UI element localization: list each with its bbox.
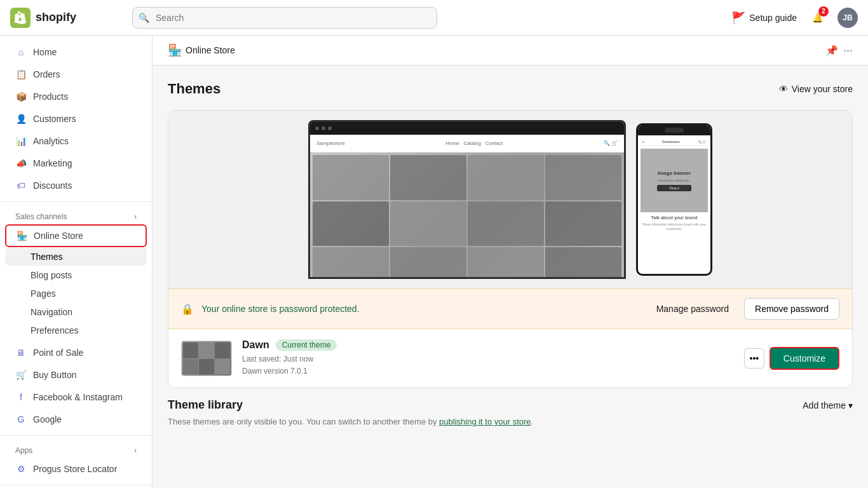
mobile-hero: Image banner consectetur adipiscing... S…: [641, 149, 708, 212]
theme-more-button[interactable]: •••: [744, 348, 764, 369]
remove-password-button[interactable]: Remove password: [744, 298, 839, 320]
marketing-icon: 📣: [15, 158, 27, 169]
customers-icon: 👤: [15, 113, 27, 125]
theme-last-saved: Last saved: Just now: [242, 353, 734, 365]
grid-item-2: [390, 155, 466, 200]
sidebar-sub-preferences[interactable]: Preferences: [5, 322, 147, 339]
products-icon: 📦: [15, 91, 27, 102]
search-icon: 🔍: [139, 13, 149, 23]
mobile-menu-icon: ≡: [642, 140, 644, 144]
desktop-browser-bar: [310, 122, 624, 135]
sidebar-sub-blog[interactable]: Blog posts: [5, 266, 147, 284]
desktop-preview: Samplestore Home Catalog Contact 🔍 🛒: [308, 120, 626, 279]
notifications-button[interactable]: 🔔 2: [807, 8, 827, 28]
sidebar-label-buy-button: Buy Button: [33, 370, 137, 380]
grid-item-1: [313, 155, 389, 200]
password-text: Your online store is password protected.: [201, 304, 649, 314]
sidebar-label-customers: Customers: [33, 114, 137, 124]
thumb-cell-3: [215, 342, 230, 358]
discounts-icon: 🏷: [15, 180, 27, 191]
avatar[interactable]: JB: [837, 8, 858, 28]
grid-item-12: [545, 247, 621, 279]
theme-name: Dawn: [242, 339, 269, 351]
header-more-button[interactable]: ···: [843, 44, 853, 57]
apps-section: Apps ›: [5, 441, 147, 458]
flag-icon: 🚩: [731, 11, 745, 25]
theme-actions: ••• Customize: [744, 347, 839, 370]
add-theme-button[interactable]: Add theme ▾: [803, 400, 853, 410]
grid-item-11: [468, 247, 544, 279]
sidebar-label-marketing: Marketing: [33, 158, 137, 168]
theme-version: Dawn version 7.0.1: [242, 365, 734, 377]
topbar-right: 🚩 Setup guide 🔔 2 JB: [731, 8, 858, 28]
google-icon: G: [15, 414, 27, 425]
mobile-nav-icons: 🔍 🛒: [698, 140, 706, 144]
mobile-caption-title: Talk about your brand: [641, 215, 708, 221]
notification-badge: 2: [818, 6, 829, 17]
sidebar-label-facebook: Facebook & Instagram: [33, 392, 137, 402]
mobile-store-name: Samplestore: [662, 140, 680, 144]
library-desc-post: .: [531, 417, 534, 426]
sidebar-item-progus[interactable]: ⚙ Progus Store Locator: [5, 458, 147, 480]
sidebar-sub-pages[interactable]: Pages: [5, 285, 147, 302]
sidebar-item-orders[interactable]: 📋 Orders: [5, 64, 147, 85]
sidebar-item-google[interactable]: G Google: [5, 409, 147, 430]
sidebar-item-online-store[interactable]: 🏪 Online Store: [5, 224, 147, 247]
search-input[interactable]: [132, 7, 437, 29]
theme-name-row: Dawn Current theme: [242, 339, 734, 351]
thumb-cell-2: [199, 342, 214, 358]
theme-thumbnail: [181, 341, 232, 376]
sidebar-item-facebook-instagram[interactable]: f Facebook & Instagram: [5, 386, 147, 408]
eye-icon: 👁: [779, 84, 788, 94]
grid-item-3: [468, 155, 544, 200]
setup-guide-label: Setup guide: [749, 13, 797, 23]
setup-guide-link[interactable]: 🚩 Setup guide: [731, 11, 797, 25]
theme-library-description: These themes are only visible to you. Yo…: [168, 417, 853, 426]
desktop-store-name: Samplestore: [316, 140, 345, 146]
shopify-logo-icon: [10, 8, 31, 28]
sidebar-item-point-of-sale[interactable]: 🖥 Point of Sale: [5, 342, 147, 363]
grid-item-6: [390, 201, 466, 247]
content-header: 🏪 Online Store 📌 ···: [153, 36, 868, 65]
grid-item-9: [313, 247, 389, 279]
online-store-badge-icon: 🏪: [168, 43, 182, 57]
password-text-pre: Your online store is: [201, 304, 277, 314]
browser-dot-1: [315, 126, 319, 130]
sidebar-item-buy-button[interactable]: 🛒 Buy Button: [5, 364, 147, 386]
pin-icon: 📌: [825, 44, 838, 57]
sidebar-item-products[interactable]: 📦 Products: [5, 86, 147, 107]
sidebar-item-discounts[interactable]: 🏷 Discounts: [5, 175, 147, 196]
sidebar-item-analytics[interactable]: 📊 Analytics: [5, 130, 147, 152]
view-store-link[interactable]: 👁 View your store: [779, 84, 853, 94]
theme-library-header: Theme library Add theme ▾: [168, 398, 853, 412]
desktop-nav-bar: Samplestore Home Catalog Contact 🔍 🛒: [310, 135, 624, 152]
sidebar-label-pos: Point of Sale: [33, 348, 137, 358]
sidebar-divider-2: [0, 435, 152, 436]
section-title-row: Themes 👁 View your store: [168, 81, 853, 97]
buy-button-icon: 🛒: [15, 369, 27, 381]
pos-icon: 🖥: [15, 347, 27, 358]
content-body: Themes 👁 View your store: [153, 65, 868, 442]
content-area: 🏪 Online Store 📌 ··· Themes 👁 View your …: [153, 36, 868, 488]
page-title: Themes: [168, 81, 220, 97]
desktop-content-grid: [310, 152, 624, 279]
lock-icon: 🔒: [181, 303, 194, 315]
grid-item-5: [313, 201, 389, 247]
sidebar-item-home[interactable]: ⌂ Home: [5, 41, 147, 63]
sales-channels-section: Sales channels ›: [5, 207, 147, 224]
sidebar-label-online-store: Online Store: [34, 231, 83, 241]
customize-button[interactable]: Customize: [770, 347, 839, 370]
sidebar-sub-themes[interactable]: Themes: [5, 248, 147, 266]
mobile-top-bar: [638, 125, 710, 135]
search-bar[interactable]: 🔍: [132, 7, 437, 29]
desktop-nav-links: Home Catalog Contact: [445, 140, 503, 146]
progus-icon: ⚙: [15, 463, 27, 475]
sidebar-label-discounts: Discounts: [33, 180, 137, 191]
mobile-notch: [665, 128, 684, 133]
sidebar-item-customers[interactable]: 👤 Customers: [5, 108, 147, 130]
sidebar-sub-navigation[interactable]: Navigation: [5, 303, 147, 321]
publishing-link[interactable]: publishing it to your store: [439, 417, 531, 426]
manage-password-link[interactable]: Manage password: [656, 304, 729, 314]
theme-library-section: Theme library Add theme ▾ These themes a…: [168, 398, 853, 426]
sidebar-item-marketing[interactable]: 📣 Marketing: [5, 152, 147, 174]
